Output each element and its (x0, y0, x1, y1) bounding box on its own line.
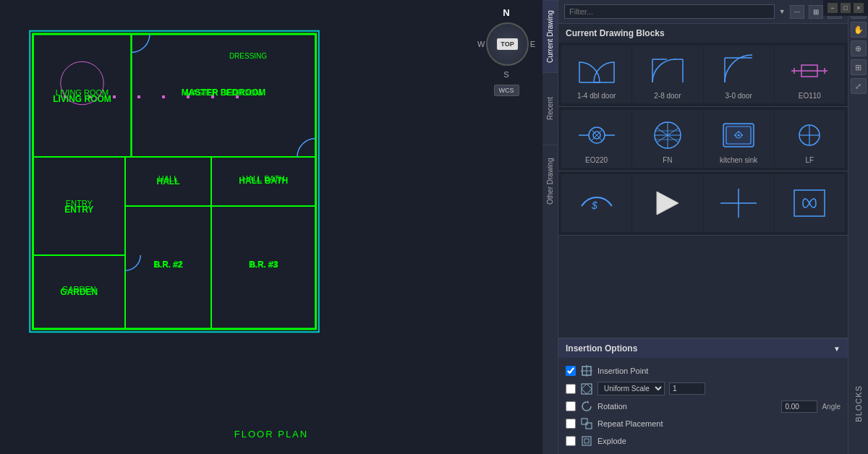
edge-btn-5[interactable]: ⤢ (851, 78, 867, 94)
tab-recent[interactable]: Recent (542, 72, 558, 145)
block-label-eo110: EO110 (799, 92, 821, 100)
svg-rect-46 (582, 419, 587, 424)
explode-checkbox[interactable] (566, 436, 576, 446)
block-label-fn: FN (663, 156, 672, 164)
compass-south: S (503, 70, 509, 79)
uniform-scale-select[interactable]: Uniform Scale XYZ Scale (597, 382, 665, 395)
block-icon-2-8-door (646, 53, 689, 89)
block-label-eo220: EO220 (585, 156, 608, 164)
current-drawing-section: Current Drawing Blocks (558, 24, 848, 107)
block-icon-eo220 (575, 117, 618, 153)
tab-current-drawing[interactable]: Current Drawing (542, 0, 558, 72)
current-drawing-title: Current Drawing Blocks (558, 24, 848, 43)
block-lf[interactable]: LF (775, 110, 845, 168)
tab-other-drawing[interactable]: Other Drawing (542, 145, 558, 217)
block-icon-3-0-door (717, 53, 760, 89)
rotation-unit: Angle (822, 403, 841, 411)
block-label-2-8-door: 2-8 door (654, 92, 681, 100)
floor-plan-canvas[interactable] (0, 0, 542, 454)
svg-marker-38 (657, 192, 678, 215)
block-icon-kitchen-sink (717, 117, 760, 153)
block-label-3-0-door: 3-0 door (726, 92, 752, 100)
blocks-scroll[interactable]: Current Drawing Blocks (558, 24, 848, 338)
explode-icon (580, 434, 593, 447)
block-fn[interactable]: FN (632, 110, 702, 168)
svg-rect-48 (582, 437, 591, 445)
rotation-label: Rotation (597, 402, 777, 411)
block-icon-other4 (788, 185, 831, 221)
block-other3[interactable] (704, 174, 774, 232)
block-eo220[interactable]: EO220 (561, 110, 631, 168)
insertion-options-title: Insertion Options (566, 343, 637, 354)
insertion-options: Insertion Options ▼ (558, 338, 848, 454)
insertion-collapse-icon: ▼ (833, 345, 841, 353)
compass-container: N W TOP E S WCS (477, 7, 535, 96)
option-row-uniform-scale: Uniform Scale XYZ Scale (566, 380, 841, 398)
svg-rect-47 (586, 423, 592, 429)
block-3-0-door[interactable]: 3-0 door (704, 46, 774, 103)
insertion-point-label: Insertion Point (597, 367, 841, 375)
compass-circle[interactable]: TOP (486, 22, 528, 66)
block-label-kitchen-sink: kitchen sink (720, 156, 757, 164)
block-icon-other3 (717, 185, 760, 221)
block-eo110[interactable]: EO110 (775, 46, 845, 103)
floor-plan-area[interactable]: Floor Plan (0, 0, 542, 454)
block-icon-fn (646, 117, 689, 153)
block-icon-other2 (646, 185, 689, 221)
blocks-panel: ▼ ··· ⊞ ✕ Current Drawing Blocks (558, 0, 848, 454)
recent-section: EO220 (558, 107, 848, 171)
other-drawing-section: $ (558, 171, 848, 236)
option-row-rotation: Rotation Angle (566, 398, 841, 415)
svg-rect-49 (584, 439, 589, 443)
insertion-point-icon (580, 364, 593, 377)
uniform-scale-input[interactable] (669, 382, 705, 395)
svg-line-18 (592, 135, 597, 140)
dropdown-arrow-icon: ▼ (779, 8, 786, 15)
rotation-icon (580, 400, 593, 413)
svg-line-19 (597, 135, 602, 140)
compass-top-button[interactable]: TOP (497, 38, 517, 50)
close-button[interactable]: × (854, 3, 864, 13)
edge-btn-2[interactable]: ✋ (851, 22, 867, 38)
right-edge-panel: ≡ ✋ ⊕ ⊞ ⤢ BLOCKS (848, 0, 868, 454)
recent-blocks-grid: EO220 (558, 107, 848, 171)
view-button[interactable]: ⊞ (809, 5, 823, 19)
side-tabs: Current Drawing Recent Other Drawing (542, 0, 558, 454)
svg-line-17 (597, 130, 602, 135)
minimize-button[interactable]: − (827, 3, 838, 13)
explode-label: Explode (597, 437, 841, 445)
svg-point-30 (738, 134, 740, 136)
options-button[interactable]: ··· (790, 5, 804, 19)
compass-west: W (477, 40, 485, 48)
block-1-4-dbl-door[interactable]: 1-4 dbl door (561, 46, 631, 103)
restore-button[interactable]: □ (841, 3, 851, 13)
block-other4[interactable] (775, 174, 845, 232)
block-icon-1-4-dbl-door (575, 53, 618, 89)
repeat-placement-icon (580, 417, 593, 430)
svg-line-16 (592, 130, 597, 135)
edge-btn-4[interactable]: ⊞ (851, 59, 867, 75)
floor-plan-label: Floor Plan (234, 429, 308, 440)
filter-input[interactable] (564, 4, 775, 19)
repeat-placement-label: Repeat Placement (597, 419, 841, 428)
block-kitchen-sink[interactable]: kitchen sink (704, 110, 774, 168)
current-blocks-grid: 1-4 dbl door (558, 43, 848, 106)
svg-rect-45 (582, 384, 592, 394)
rotation-checkbox[interactable] (566, 401, 576, 411)
right-panel: Current Drawing Recent Other Drawing ▼ ·… (542, 0, 868, 454)
block-other1[interactable]: $ (561, 174, 631, 232)
option-row-repeat-placement: Repeat Placement (566, 415, 841, 432)
uniform-scale-checkbox[interactable] (566, 384, 576, 394)
insertion-header[interactable]: Insertion Options ▼ (558, 339, 848, 358)
insertion-point-checkbox[interactable] (566, 366, 576, 376)
edge-btn-3[interactable]: ⊕ (851, 40, 867, 56)
block-other2[interactable] (632, 174, 702, 232)
block-icon-lf (788, 117, 831, 153)
block-icon-other1: $ (575, 185, 618, 221)
block-2-8-door[interactable]: 2-8 door (632, 46, 702, 103)
block-icon-eo110 (788, 53, 831, 89)
rotation-input[interactable] (781, 401, 817, 413)
wcs-button[interactable]: WCS (494, 85, 519, 96)
blocks-tab-label: BLOCKS (851, 382, 866, 425)
repeat-placement-checkbox[interactable] (566, 419, 576, 429)
